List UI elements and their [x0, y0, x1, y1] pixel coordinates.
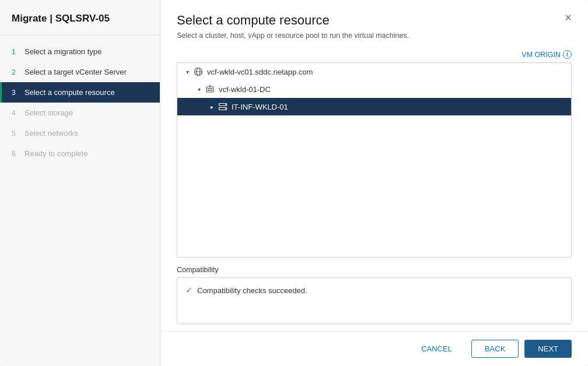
migrate-dialog: Migrate | SQLSRV-05 1Select a migration … — [0, 0, 588, 366]
compatibility-label: Compatibility — [177, 266, 572, 274]
vcenter-icon — [194, 67, 203, 76]
sidebar-step-1[interactable]: 1Select a migration type — [0, 41, 160, 62]
step-num-6: 6 — [12, 150, 20, 158]
next-button[interactable]: NEXT — [524, 340, 572, 358]
node-label-cluster: IT-INF-WKLD-01 — [232, 103, 288, 111]
cancel-button[interactable]: CANCEL — [408, 340, 466, 358]
chevron-right-icon: ▸ — [208, 103, 216, 111]
sidebar-step-6: 6Ready to complete — [0, 143, 160, 164]
step-num-5: 5 — [12, 129, 20, 138]
compatibility-section: Compatibility ✓ Compatibility checks suc… — [177, 266, 572, 324]
sidebar-step-3[interactable]: 3Select a compute resource — [0, 82, 160, 103]
step-num-4: 4 — [12, 109, 20, 117]
step-label-2: Select a target vCenter Server — [24, 68, 127, 76]
sidebar: Migrate | SQLSRV-05 1Select a migration … — [0, 0, 160, 366]
step-label-5: Select networks — [24, 129, 78, 138]
svg-rect-6 — [211, 88, 212, 89]
svg-rect-7 — [208, 90, 209, 91]
back-button[interactable]: BACK — [471, 340, 519, 358]
sidebar-step-5: 5Select networks — [0, 123, 160, 143]
check-icon: ✓ — [186, 285, 193, 295]
sidebar-steps: 1Select a migration type2Select a target… — [0, 36, 160, 170]
step-label-6: Ready to complete — [24, 149, 88, 158]
svg-rect-5 — [209, 88, 211, 89]
footer: CANCEL BACK NEXT — [160, 331, 588, 366]
svg-point-15 — [225, 108, 226, 110]
close-button[interactable]: × — [561, 10, 575, 24]
tree-node-dc[interactable]: ▾ vcf-wkld-01-DC — [177, 80, 571, 98]
compatibility-text: Compatibility checks succeeded. — [197, 286, 307, 295]
sidebar-step-2[interactable]: 2Select a target vCenter Server — [0, 62, 160, 82]
vm-origin-row: VM ORIGIN i — [177, 45, 572, 62]
page-subtitle: Select a cluster, host, vApp or resource… — [177, 31, 572, 40]
tree-node-cluster[interactable]: ▸ IT-INF-WKLD-01 — [177, 98, 571, 115]
step-label-4: Select storage — [24, 108, 73, 117]
sidebar-step-4: 4Select storage — [0, 103, 160, 123]
chevron-down-icon: ▾ — [183, 68, 191, 76]
main-panel: Select a compute resource Select a clust… — [160, 0, 588, 366]
main-header: Select a compute resource Select a clust… — [160, 0, 588, 45]
step-num-3: 3 — [12, 89, 20, 97]
svg-rect-3 — [206, 87, 214, 92]
page-title: Select a compute resource — [177, 13, 572, 28]
vm-origin-label: VM ORIGIN — [522, 51, 561, 59]
info-icon: i — [563, 50, 572, 59]
chevron-down-icon: ▾ — [195, 85, 203, 93]
step-label-3: Select a compute resource — [24, 88, 115, 97]
step-num-2: 2 — [12, 68, 20, 76]
content-area: VM ORIGIN i ▾ vcf-wkld-vc01.sddc.netapp.… — [160, 45, 588, 331]
dc-icon — [205, 85, 215, 94]
sidebar-title: Migrate | SQLSRV-05 — [0, 0, 160, 36]
node-label-vcenter: vcf-wkld-vc01.sddc.netapp.com — [207, 68, 313, 76]
step-num-1: 1 — [12, 48, 20, 56]
compatibility-success: ✓ Compatibility checks succeeded. — [186, 285, 563, 295]
svg-point-14 — [225, 104, 226, 105]
svg-rect-9 — [211, 90, 212, 91]
step-label-1: Select a migration type — [24, 47, 102, 56]
svg-rect-4 — [208, 88, 209, 89]
compatibility-box: ✓ Compatibility checks succeeded. — [177, 277, 572, 324]
svg-rect-8 — [209, 90, 211, 91]
cluster-icon — [218, 102, 228, 111]
node-label-dc: vcf-wkld-01-DC — [219, 85, 271, 94]
vm-origin-link[interactable]: VM ORIGIN i — [522, 50, 572, 59]
tree-panel[interactable]: ▾ vcf-wkld-vc01.sddc.netapp.com▾ vcf-wkl… — [177, 62, 572, 258]
tree-node-vcenter[interactable]: ▾ vcf-wkld-vc01.sddc.netapp.com — [177, 63, 571, 80]
